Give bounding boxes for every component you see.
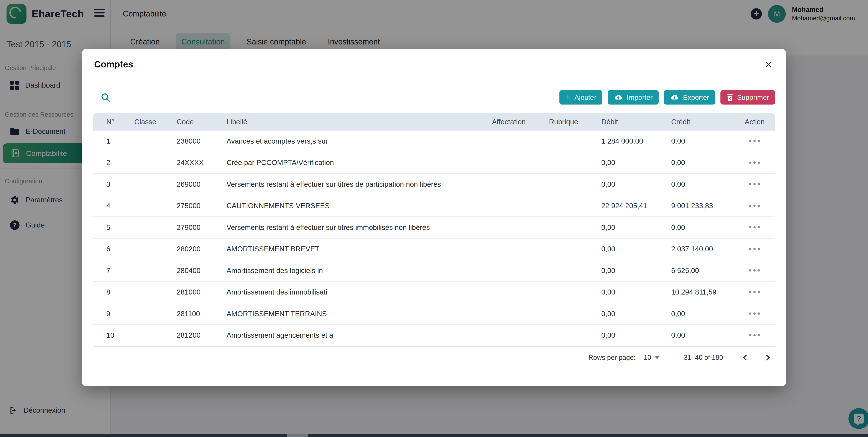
cell-code: 24XXXX: [177, 159, 226, 167]
table-row: 7 280400 Amortissement des logiciels in …: [93, 260, 775, 282]
cell-debit: 22 924 205,41: [601, 202, 671, 210]
cell-debit: 1 284 000,00: [601, 137, 671, 145]
row-actions-icon[interactable]: •••: [745, 288, 775, 297]
col-header-libelle: Libellé: [226, 118, 492, 126]
col-header-action: Action: [745, 118, 775, 126]
table-row: 1 238000 Avances et acomptes vers,s sur …: [93, 131, 775, 152]
table-row: 8 281000 Amortissement des immobilisati …: [93, 282, 775, 303]
previous-page-icon[interactable]: [743, 355, 749, 361]
col-header-affectation: Affectation: [492, 118, 549, 126]
row-actions-icon[interactable]: •••: [745, 179, 775, 189]
cell-n: 8: [93, 288, 134, 296]
col-header-code: Code: [177, 118, 226, 126]
cell-libelle: Amortissement agencements et a: [226, 331, 492, 339]
cell-libelle: Versements restant à effectuer sur titre…: [226, 223, 492, 232]
cell-code: 238000: [177, 137, 226, 145]
table-row: 9 281100 AMORTISSEMENT TERRAINS 0,00 0,0…: [93, 303, 775, 325]
cell-libelle: Avances et acomptes vers,s sur: [226, 137, 492, 145]
cell-n: 10: [93, 331, 134, 339]
cell-credit: 0,00: [671, 159, 745, 167]
cell-libelle: CAUTIONNEMENTS VERSEES: [226, 202, 492, 210]
row-actions-icon[interactable]: •••: [745, 158, 775, 167]
exporter-button[interactable]: Exporter: [664, 90, 715, 104]
cell-code: 280400: [177, 267, 226, 275]
table-body: 1 238000 Avances et acomptes vers,s sur …: [93, 131, 775, 346]
next-page-icon[interactable]: [764, 355, 770, 361]
cell-n: 7: [93, 267, 134, 275]
table-row: 6 280200 AMORTISSEMENT BREVET 0,00 2 037…: [93, 239, 775, 260]
accounts-table: N° Classe Code Libellé Affectation Rubri…: [93, 113, 775, 346]
importer-button[interactable]: Importer: [608, 90, 659, 104]
cell-debit: 0,00: [601, 245, 671, 253]
bottom-scrollbar[interactable]: [0, 434, 868, 437]
modal-body: + Ajouter Importer Exporter: [82, 90, 786, 368]
cell-debit: 0,00: [601, 267, 671, 275]
scrollbar-thumb[interactable]: [287, 434, 308, 437]
cell-libelle: Crée par PCCOMPTA/Vérification: [226, 159, 492, 167]
cell-credit: 0,00: [671, 331, 745, 339]
cloud-upload-icon: [614, 94, 623, 101]
col-header-rubrique: Rubrique: [549, 118, 601, 126]
col-header-classe: Classe: [134, 118, 177, 126]
rows-per-page-label: Rows per page:: [588, 354, 636, 362]
table-row: 5 279000 Versements restant à effectuer …: [93, 217, 775, 239]
cell-n: 3: [93, 180, 134, 189]
table-header-row: N° Classe Code Libellé Affectation Rubri…: [93, 113, 775, 131]
cell-libelle: AMORTISSEMENT TERRAINS: [226, 310, 492, 318]
cell-code: 281000: [177, 288, 226, 296]
cell-code: 281100: [177, 310, 226, 318]
row-actions-icon[interactable]: •••: [745, 244, 775, 254]
cell-n: 9: [93, 310, 134, 318]
table-row: 3 269000 Versements restant à effectuer …: [93, 174, 775, 195]
chevron-down-icon: [655, 356, 659, 359]
pagination-range: 31–40 of 180: [684, 354, 723, 362]
comptes-modal: Comptes × + Ajouter Importer: [82, 49, 786, 386]
cell-debit: 0,00: [601, 331, 671, 339]
row-actions-icon[interactable]: •••: [745, 223, 775, 232]
col-header-credit: Crédit: [671, 118, 745, 126]
cell-code: 281200: [177, 331, 226, 339]
cell-credit: 0,00: [671, 180, 745, 189]
cell-debit: 0,00: [601, 180, 671, 189]
col-header-n: N°: [93, 118, 134, 126]
cell-code: 269000: [177, 180, 226, 189]
cell-credit: 6 525,00: [671, 267, 745, 275]
row-actions-icon[interactable]: •••: [745, 331, 775, 340]
cell-debit: 0,00: [601, 310, 671, 318]
cell-code: 275000: [177, 202, 226, 210]
cloud-download-icon: [670, 94, 679, 101]
cell-credit: 10 294 811,59: [671, 288, 745, 296]
toolbar-buttons: + Ajouter Importer Exporter: [559, 90, 775, 104]
row-actions-icon[interactable]: •••: [745, 136, 775, 146]
cell-credit: 9 001 233,83: [671, 202, 745, 210]
cell-credit: 0,00: [671, 137, 745, 145]
cell-credit: 0,00: [671, 223, 745, 232]
rows-per-page-select[interactable]: 10: [644, 354, 659, 362]
trash-icon: [726, 94, 733, 101]
cell-debit: 0,00: [601, 288, 671, 296]
modal-header: Comptes ×: [82, 49, 786, 80]
table-row: 2 24XXXX Crée par PCCOMPTA/Vérification …: [93, 152, 775, 174]
cell-credit: 2 037 140,00: [671, 245, 745, 253]
modal-title: Comptes: [94, 59, 133, 70]
search-icon[interactable]: [100, 92, 111, 103]
table-row: 10 281200 Amortissement agencements et a…: [93, 325, 775, 346]
cell-libelle: Amortissement des logiciels in: [226, 267, 492, 275]
cell-n: 2: [93, 159, 134, 167]
cell-code: 279000: [177, 223, 226, 232]
close-icon[interactable]: ×: [765, 58, 773, 71]
cell-debit: 0,00: [601, 159, 671, 167]
ajouter-button[interactable]: + Ajouter: [559, 90, 602, 104]
row-actions-icon[interactable]: •••: [745, 201, 775, 210]
cell-libelle: Versements restant à effectuer sur titre…: [226, 180, 492, 189]
row-actions-icon[interactable]: •••: [745, 309, 775, 318]
cell-libelle: Amortissement des immobilisati: [226, 288, 492, 296]
supprimer-button[interactable]: Supprimer: [720, 90, 775, 104]
pagination-bar: Rows per page: 10 31–40 of 180: [93, 346, 775, 368]
cell-n: 6: [93, 245, 134, 253]
row-actions-icon[interactable]: •••: [745, 266, 775, 275]
plus-icon: +: [565, 93, 570, 101]
toolbar: + Ajouter Importer Exporter: [93, 90, 775, 104]
cell-credit: 0,00: [671, 310, 745, 318]
table-row: 4 275000 CAUTIONNEMENTS VERSEES 22 924 2…: [93, 195, 775, 217]
